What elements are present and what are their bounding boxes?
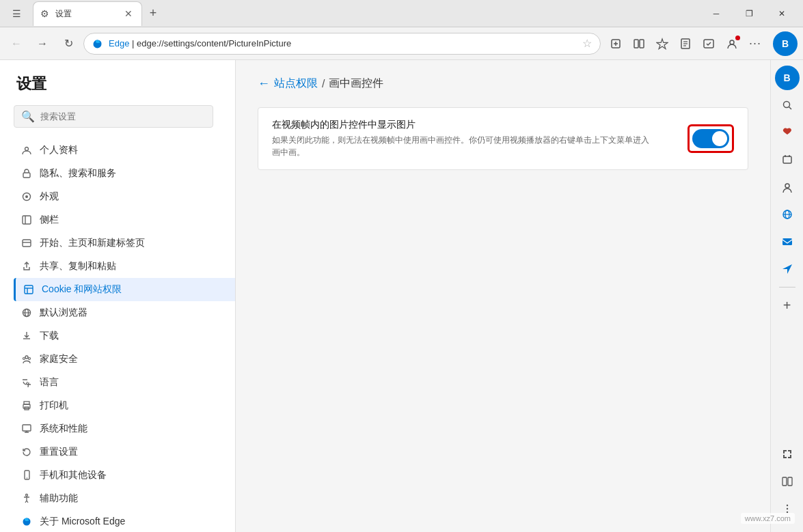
sidebar-item-language[interactable]: 语言 bbox=[14, 371, 235, 394]
address-url: edge://settings/content/PictureInPicture bbox=[137, 38, 291, 48]
browser-nav-icon bbox=[21, 307, 33, 319]
sidebar-item-download-label: 下载 bbox=[40, 330, 59, 342]
startup-nav-icon bbox=[21, 237, 33, 249]
svg-point-24 bbox=[23, 358, 25, 360]
svg-rect-1 bbox=[634, 40, 638, 48]
settings-tab[interactable]: ⚙ 设置 ✕ bbox=[33, 1, 142, 26]
svg-rect-44 bbox=[788, 477, 792, 486]
new-tab-btn[interactable]: + bbox=[142, 3, 164, 25]
sidebar-toggle-btn[interactable]: ☰ bbox=[5, 3, 27, 25]
svg-point-45 bbox=[786, 505, 787, 506]
settings-sidebar: 设置 🔍 个人资料 隐私、搜索和服务 外观 侧栏 bbox=[0, 60, 236, 532]
split-sidebar-icon[interactable] bbox=[775, 469, 800, 494]
sidebar-item-family[interactable]: 家庭安全 bbox=[14, 348, 235, 371]
address-separator: | bbox=[132, 38, 137, 48]
sidebar-item-sidebar[interactable]: 侧栏 bbox=[14, 208, 235, 232]
tools-sidebar-icon[interactable] bbox=[775, 148, 800, 172]
sidebar-item-system[interactable]: 系统和性能 bbox=[14, 417, 235, 440]
sidebar-item-share[interactable]: 共享、复制和粘贴 bbox=[14, 255, 235, 278]
sidebar-item-printer[interactable]: 打印机 bbox=[14, 394, 235, 417]
sidebar-item-profile[interactable]: 个人资料 bbox=[14, 139, 235, 162]
sidebar-item-accessibility-label: 辅助功能 bbox=[40, 492, 78, 505]
split-screen-icon[interactable] bbox=[628, 33, 650, 55]
reading-icon[interactable] bbox=[675, 33, 696, 55]
mobile-nav-icon bbox=[21, 469, 33, 481]
pip-toggle[interactable] bbox=[692, 129, 729, 148]
sidebar-item-reset-label: 重置设置 bbox=[40, 446, 78, 458]
tab-close-btn[interactable]: ✕ bbox=[122, 8, 135, 20]
search-sidebar-icon[interactable] bbox=[775, 93, 800, 117]
favorites-sidebar-icon[interactable] bbox=[775, 120, 800, 145]
bing-sidebar-icon[interactable]: B bbox=[775, 66, 800, 90]
sidebar-item-family-label: 家庭安全 bbox=[40, 353, 78, 365]
appearance-nav-icon bbox=[21, 191, 33, 203]
forward-btn[interactable]: → bbox=[31, 33, 53, 55]
sidebar-item-accessibility[interactable]: 辅助功能 bbox=[14, 487, 235, 510]
breadcrumb-separator: / bbox=[322, 78, 325, 90]
right-sidebar: B + bbox=[770, 60, 803, 532]
svg-point-38 bbox=[785, 184, 789, 188]
outlook-sidebar-icon[interactable] bbox=[775, 229, 800, 254]
pip-setting-card: 在视频帧内的图片控件中显示图片 如果关闭此功能，则无法在视频帧中使用画中画控件。… bbox=[258, 107, 748, 170]
sidebar-item-reset[interactable]: 重置设置 bbox=[14, 440, 235, 464]
sidebar-item-about[interactable]: 关于 Microsoft Edge bbox=[14, 510, 235, 532]
settings-more-icon[interactable]: ··· bbox=[744, 33, 766, 55]
expand-sidebar-icon[interactable] bbox=[775, 442, 800, 466]
svg-point-46 bbox=[786, 508, 787, 509]
settings-tab-icon: ⚙ bbox=[40, 8, 51, 19]
svg-rect-17 bbox=[25, 285, 33, 294]
send-sidebar-icon[interactable] bbox=[775, 257, 800, 281]
breadcrumb-parent-link[interactable]: 站点权限 bbox=[274, 76, 318, 91]
toggle-container bbox=[688, 124, 734, 153]
settings-tab-title: 设置 bbox=[55, 8, 72, 20]
share-nav-icon bbox=[21, 260, 33, 272]
sidebar-item-mobile[interactable]: 手机和其他设备 bbox=[14, 464, 235, 487]
svg-rect-10 bbox=[23, 173, 30, 178]
sidebar-item-cookies-label: Cookie 和网站权限 bbox=[42, 283, 122, 296]
svg-point-23 bbox=[25, 356, 28, 359]
collections-icon[interactable] bbox=[605, 33, 627, 55]
accessibility-nav-icon bbox=[21, 492, 33, 505]
profile-nav-icon bbox=[21, 144, 33, 156]
sidebar-item-download[interactable]: 下载 bbox=[14, 324, 235, 348]
sidebar-item-appearance[interactable]: 外观 bbox=[14, 185, 235, 208]
rs-divider bbox=[779, 287, 795, 288]
content-area: ← 站点权限 / 画中画控件 在视频帧内的图片控件中显示图片 如果关闭此功能，则… bbox=[236, 60, 770, 532]
globe-sidebar-icon[interactable] bbox=[775, 202, 800, 227]
close-btn[interactable]: ✕ bbox=[766, 3, 798, 25]
browser-essentials-icon[interactable] bbox=[698, 33, 720, 55]
sidebar-item-browser[interactable]: 默认浏览器 bbox=[14, 301, 235, 324]
breadcrumb-back-btn[interactable]: ← bbox=[258, 76, 270, 91]
settings-search-box[interactable]: 🔍 bbox=[14, 105, 213, 128]
navbar: ← → ↻ Edge | edge://settings/content/Pic… bbox=[0, 27, 803, 60]
setting-info: 在视频帧内的图片控件中显示图片 如果关闭此功能，则无法在视频帧中使用画中画控件。… bbox=[272, 119, 688, 158]
back-btn[interactable]: ← bbox=[5, 33, 27, 55]
reset-nav-icon bbox=[21, 446, 33, 458]
restore-btn[interactable]: ❐ bbox=[733, 3, 765, 25]
svg-rect-13 bbox=[23, 216, 31, 224]
address-text: Edge | edge://settings/content/PictureIn… bbox=[109, 38, 291, 48]
profile-icon[interactable] bbox=[721, 33, 743, 55]
person-sidebar-icon[interactable] bbox=[775, 175, 800, 199]
titlebar: ☰ ⚙ 设置 ✕ + ─ ❐ ✕ bbox=[0, 0, 803, 27]
minimize-btn[interactable]: ─ bbox=[700, 3, 732, 25]
favorites-star-icon[interactable]: ☆ bbox=[582, 37, 592, 50]
sidebar-item-startup[interactable]: 开始、主页和新建标签页 bbox=[14, 232, 235, 255]
address-bar[interactable]: Edge | edge://settings/content/PictureIn… bbox=[83, 33, 601, 55]
svg-point-32 bbox=[26, 494, 28, 496]
svg-point-12 bbox=[25, 195, 28, 198]
add-sidebar-icon[interactable]: + bbox=[775, 293, 800, 318]
watermark: www.xz7.com bbox=[741, 513, 795, 524]
bing-icon[interactable]: B bbox=[773, 31, 798, 56]
svg-rect-42 bbox=[782, 238, 792, 245]
svg-rect-2 bbox=[640, 40, 644, 48]
sidebar-item-profile-label: 个人资料 bbox=[40, 144, 78, 156]
main-layout: 设置 🔍 个人资料 隐私、搜索和服务 外观 侧栏 bbox=[0, 60, 803, 532]
refresh-btn[interactable]: ↻ bbox=[57, 33, 79, 55]
sidebar-item-sidebar-label: 侧栏 bbox=[40, 214, 59, 226]
sidebar-item-printer-label: 打印机 bbox=[40, 400, 68, 412]
sidebar-item-privacy[interactable]: 隐私、搜索和服务 bbox=[14, 162, 235, 185]
settings-search-input[interactable] bbox=[40, 111, 206, 122]
favorites-icon[interactable] bbox=[651, 33, 673, 55]
sidebar-item-cookies[interactable]: Cookie 和网站权限 bbox=[14, 278, 235, 301]
